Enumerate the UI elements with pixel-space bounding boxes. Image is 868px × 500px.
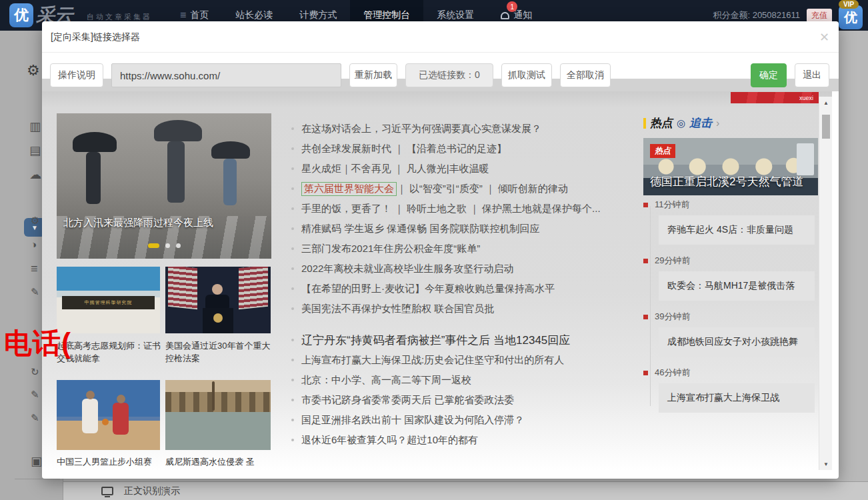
nav-item-label: 系统设置 xyxy=(437,9,474,21)
cloud-upload-icon[interactable]: ☁ xyxy=(29,169,41,181)
figure-head-shape xyxy=(212,284,223,295)
bullet-icon xyxy=(291,267,294,270)
timeline-headline[interactable]: 上海宣布打赢大上海保卫战 xyxy=(659,383,815,413)
exit-button[interactable]: 退出 xyxy=(795,63,829,87)
bullet-icon xyxy=(291,207,294,210)
close-icon[interactable]: ✕ xyxy=(819,30,829,45)
news-image-institute[interactable]: 中國管理科學研究院 xyxy=(57,267,160,333)
modal-title-divider xyxy=(42,52,839,53)
edit-icon[interactable]: ✎ xyxy=(31,287,39,297)
nav-item-label: 计费方式 xyxy=(299,9,337,21)
news-image-basketball[interactable] xyxy=(57,380,160,450)
news-image-venice[interactable] xyxy=(165,380,271,450)
news-caption[interactable]: 美国会通过近30年首个重大控枪法案 xyxy=(165,339,271,365)
scrollbar[interactable]: ▲ ▼ xyxy=(819,97,832,470)
timeline-headline[interactable]: 奔驰车起火 4S店：非质量问题 xyxy=(659,215,815,245)
flagpole-shape xyxy=(212,381,215,411)
reload-button[interactable]: 重新加载 xyxy=(349,63,397,87)
headline-row-selected[interactable]: 第六届世界智能大会 ｜ 以“智变”引“质变” ｜ 倾听创新的律动 xyxy=(291,179,601,199)
carousel-caption[interactable]: 北方入汛来最强降雨过程今夜上线 xyxy=(63,217,213,229)
headline-link[interactable]: 星火成炬｜不舍再见 ｜ 凡人微光|丰收温暖 xyxy=(301,163,489,175)
sync-icon[interactable]: ↻ xyxy=(31,367,39,377)
gear-icon[interactable]: ⚙ xyxy=(27,63,40,78)
headline-row[interactable]: 北京：中小学、高一高二等下周一返校 xyxy=(291,370,564,390)
headline-link[interactable]: 美国宪法不再保护女性堕胎权 联合国官员批 xyxy=(301,303,494,315)
figure-shape xyxy=(167,141,185,203)
scroll-down-icon[interactable]: ▼ xyxy=(819,459,832,469)
chart-icon[interactable]: ▥ xyxy=(29,121,41,133)
headline-row[interactable]: 退休近6年被查算久吗？超过10年的都有 xyxy=(291,430,564,450)
promo-banner[interactable]: xuexi xyxy=(731,92,819,103)
basketball-shape xyxy=(102,419,109,425)
headline-link[interactable]: 上海宣布打赢大上海保卫战:历史会记住坚守和付出的所有人 xyxy=(301,354,564,367)
headline-link[interactable]: ｜ 以“智变”引“质变” ｜ 倾听创新的律动 xyxy=(397,183,568,195)
moon-icon[interactable]: ◑ xyxy=(31,239,37,249)
url-input[interactable] xyxy=(111,63,341,87)
bullet-icon xyxy=(291,419,294,421)
headline-row[interactable]: 星火成炬｜不舍再见 ｜ 凡人微光|丰收温暖 xyxy=(291,159,601,179)
headline-row[interactable]: 市委书记跻身省委常委两天后 已掌舵省委政法委 xyxy=(291,390,564,410)
timeline-item: 29分钟前 欧委会：马航MH17是被俄击落 xyxy=(643,255,818,301)
timeline-headline[interactable]: 欧委会：马航MH17是被俄击落 xyxy=(659,271,815,301)
embedded-webpage: xuexi 北方入汛来最强降雨过程今夜上线 中國管理科學研究院 xyxy=(42,91,832,470)
nav-item-label: 首页 xyxy=(190,9,209,21)
carousel-image[interactable]: 北方入汛来最强降雨过程今夜上线 xyxy=(57,113,271,259)
cancel-all-button[interactable]: 全部取消 xyxy=(560,63,611,87)
headline-link[interactable]: 共创全球发展新时代 ｜ 【沿着总书记的足迹】 xyxy=(301,143,507,155)
list-icon[interactable]: ▤ xyxy=(29,145,41,157)
hotspot-header[interactable]: 热点 ◎ 追击 › xyxy=(643,115,719,131)
bullet-icon xyxy=(291,227,294,230)
hotspot-card[interactable]: 热点 德国正重启北溪2号天然气管道 xyxy=(643,138,818,195)
carousel-dot[interactable] xyxy=(165,243,170,248)
headline-link[interactable]: 2022年离校未就业高校毕业生服务攻坚行动启动 xyxy=(301,263,513,275)
headline-row[interactable]: 在这场对话会上，习近平为何强调要真心实意谋发展？ xyxy=(291,119,601,139)
building-sign: 中國管理科學研究院 xyxy=(62,296,155,309)
app-logo-icon[interactable]: 优 xyxy=(9,3,33,27)
edit3-icon[interactable]: ✎ xyxy=(31,413,39,423)
selected-link[interactable]: 第六届世界智能大会 xyxy=(301,182,397,196)
headline-link[interactable]: 【在希望的田野上·麦收记】今年夏粮收购总量保持高水平 xyxy=(301,283,555,295)
avatar[interactable]: 优 xyxy=(839,5,863,29)
recharge-button[interactable]: 充值 xyxy=(807,9,832,23)
headline-link[interactable]: 手里的饭，更香了！ ｜ 聆听土地之歌 ｜ 保护黑土地就是保护每个... xyxy=(301,203,601,215)
headline-link[interactable]: 三部门发布2021年住房公积金年度“账单” xyxy=(301,243,480,255)
headline-row[interactable]: 三部门发布2021年住房公积金年度“账单” xyxy=(291,239,601,259)
printer-icon[interactable]: ▣ xyxy=(31,455,42,467)
bottom-row-label[interactable]: 正文识别演示 xyxy=(124,485,180,497)
grab-test-button[interactable]: 抓取测试 xyxy=(501,63,552,87)
headline-link[interactable]: 退休近6年被查算久吗？超过10年的都有 xyxy=(301,434,478,447)
headline-big-row[interactable]: 辽宁丹东“持黄码者看病被拦”事件之后 当地12345回应 xyxy=(291,330,570,350)
headline-row[interactable]: 手里的饭，更香了！ ｜ 聆听土地之歌 ｜ 保护黑土地就是保护每个... xyxy=(291,199,601,219)
hotspot-card-caption[interactable]: 德国正重启北溪2号天然气管道 xyxy=(650,174,803,189)
news-caption[interactable]: 中国三人男篮止步小组赛 xyxy=(57,455,161,468)
headline-link[interactable]: 市委书记跻身省委常委两天后 已掌舵省委政法委 xyxy=(301,394,514,407)
settings-icon[interactable]: ⚙ xyxy=(31,215,39,225)
database-icon[interactable]: ≡ xyxy=(31,263,38,275)
headline-link[interactable]: 国足亚洲排名跌出前十 国家队建设为何陷入停滞？ xyxy=(301,414,524,427)
timeline-headline[interactable]: 成都地铁回应女子对小孩跳艳舞 xyxy=(659,327,815,357)
news-caption[interactable]: 起底高考志愿规划师：证书交钱就能拿 xyxy=(57,339,161,365)
headline-link[interactable]: 在这场对话会上，习近平为何强调要真心实意谋发展？ xyxy=(301,123,541,135)
headline-row[interactable]: 【在希望的田野上·麦收记】今年夏粮收购总量保持高水平 xyxy=(291,279,601,299)
headline-row[interactable]: 精准赋码 学生返乡 保通保畅 国务院联防联控机制回应 xyxy=(291,219,601,239)
news-caption[interactable]: 威尼斯遇高水位侵袭 圣 xyxy=(165,455,271,468)
headline-row[interactable]: 国足亚洲排名跌出前十 国家队建设为何陷入停滞？ xyxy=(291,410,564,430)
confirm-button[interactable]: 确定 xyxy=(751,63,787,87)
headline-row[interactable]: 2022年离校未就业高校毕业生服务攻坚行动启动 xyxy=(291,259,601,279)
help-button[interactable]: 操作说明 xyxy=(50,63,103,87)
headline-row[interactable]: 上海宣布打赢大上海保卫战:历史会记住坚守和付出的所有人 xyxy=(291,350,564,370)
edit2-icon[interactable]: ✎ xyxy=(31,389,39,399)
headline-link[interactable]: 精准赋码 学生返乡 保通保畅 国务院联防联控机制回应 xyxy=(301,223,540,235)
bullet-icon xyxy=(291,287,294,290)
bullet-icon xyxy=(291,167,294,170)
news-image-congress[interactable] xyxy=(165,267,271,333)
scroll-up-icon[interactable]: ▲ xyxy=(819,98,832,107)
scrollbar-thumb[interactable] xyxy=(822,115,830,139)
carousel-dot[interactable] xyxy=(176,243,181,248)
headline-link[interactable]: 辽宁丹东“持黄码者看病被拦”事件之后 当地12345回应 xyxy=(301,333,570,348)
headline-row[interactable]: 共创全球发展新时代 ｜ 【沿着总书记的足迹】 xyxy=(291,139,601,159)
headline-link[interactable]: 北京：中小学、高一高二等下周一返校 xyxy=(301,374,471,387)
bullet-icon xyxy=(291,439,294,441)
headline-row[interactable]: 美国宪法不再保护女性堕胎权 联合国官员批 xyxy=(291,299,601,319)
carousel-dot-active[interactable] xyxy=(148,243,159,248)
